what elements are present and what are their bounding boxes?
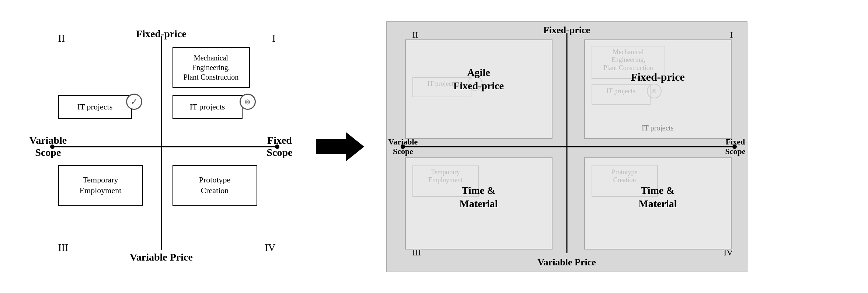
- q3-quadrant-box: TemporaryEmployment Time &Material: [405, 157, 552, 250]
- ghost-temp-text-q3: TemporaryEmployment: [412, 168, 479, 184]
- variable-scope-label-left: Variable Scope: [29, 134, 67, 159]
- fixed-price-label-right: Fixed-price: [543, 25, 590, 36]
- it-top-box-left: IT projects: [58, 95, 132, 119]
- q4-label-left: IV: [265, 242, 276, 254]
- q2-quadrant-box: IT projects ✓ AgileFixed-price: [405, 39, 552, 139]
- ghost-mech-text-q1: MechanicalEngineering,Plant Construction: [592, 48, 665, 72]
- q1-quadrant-box: MechanicalEngineering,Plant Construction…: [584, 39, 732, 139]
- q3-fore-text: Time &Material: [406, 184, 552, 211]
- variable-scope-label-right: VariableScope: [388, 137, 418, 156]
- q1-sub-text: IT projects: [585, 124, 731, 132]
- x-circle-left: ⊗: [240, 94, 256, 110]
- variable-price-label-right: Variable Price: [537, 257, 596, 268]
- right-diagram: Fixed-price Variable Price VariableScope…: [386, 21, 747, 272]
- q1-label-right: I: [730, 30, 733, 40]
- horizontal-axis-left: [51, 146, 279, 147]
- vertical-axis-right: [566, 33, 567, 253]
- ghost-it-text-q1: IT projects: [592, 87, 651, 95]
- variable-price-label-left: Variable Price: [130, 251, 193, 263]
- svg-marker-0: [316, 132, 364, 161]
- q1-fore-text: Fixed-price: [585, 70, 731, 84]
- mech-box-left: MechanicalEngineering,Plant Construction: [172, 47, 250, 88]
- ghost-x-q1: ⊗: [647, 84, 662, 98]
- proto-box-left: PrototypeCreation: [172, 165, 257, 206]
- horizontal-axis-right: [401, 146, 736, 147]
- vertical-axis-left: [161, 36, 162, 250]
- fixed-scope-label-right: FixedScope: [725, 137, 746, 156]
- fixed-price-label-left: Fixed-price: [136, 28, 187, 40]
- q4-fore-text: Time &Material: [585, 184, 731, 211]
- q3-label-left: III: [58, 242, 69, 254]
- q4-quadrant-box: PrototypeCreation Time &Material: [584, 157, 732, 250]
- q2-fore-text: AgileFixed-price: [406, 66, 552, 93]
- fixed-scope-label-left: FixedScope: [267, 134, 293, 159]
- temp-box-left: TemporaryEmployment: [58, 165, 143, 206]
- left-diagram: Fixed-price Variable Price Variable Scop…: [29, 21, 294, 272]
- main-container: Fixed-price Variable Price Variable Scop…: [29, 21, 840, 272]
- arrow-svg: [316, 128, 364, 165]
- between-arrow: [316, 128, 364, 165]
- check-circle-left: ✓: [126, 94, 142, 110]
- it-bottom-box-left: IT projects: [172, 95, 243, 119]
- q1-label-left: I: [272, 32, 275, 44]
- ghost-proto-text-q4: PrototypeCreation: [592, 168, 658, 184]
- q2-label-right: II: [412, 30, 418, 40]
- q2-label-left: II: [58, 32, 65, 44]
